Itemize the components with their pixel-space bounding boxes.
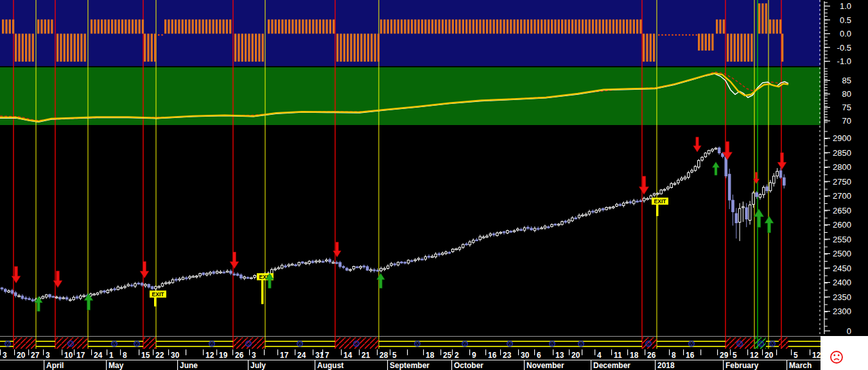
axis-tick-label: 2450 [833,264,851,273]
candle-body [352,267,355,269]
candle-body [383,269,386,270]
week-tick-label: 29 [720,351,729,360]
candle-body [503,231,505,233]
candle-body [349,269,352,271]
candle-body [612,207,615,208]
candle-body [653,194,655,195]
candle-body [462,244,464,248]
signal-ribbon [0,337,820,349]
candle-body [120,287,123,289]
candle-body [11,290,13,293]
candle-body [161,283,164,286]
week-tick-label: 30 [171,351,180,360]
candle-body [281,265,283,268]
candle-body [469,242,471,245]
axis-tick-label: 2300 [833,307,851,316]
week-tick-label: 20 [17,351,26,360]
candle-body [636,201,639,203]
candle-body [15,292,17,296]
axis-tick-label: 80 [842,89,851,99]
candle-body [582,215,584,216]
candle-body [380,269,383,271]
axis-tick-label: 2350 [833,292,851,302]
candle-body [499,232,502,233]
axis-tick-label: 2800 [833,162,851,172]
week-tick-label: 26 [647,351,656,360]
candle-body [707,151,710,154]
candle-body [711,149,714,151]
candle-body [329,260,331,262]
month-label: December [593,361,630,370]
axis-tick-label: -1.0 [837,56,851,66]
candle-body [626,202,629,203]
axis-tick-label: 85 [842,76,851,85]
week-tick-label: 17 [76,351,85,360]
candle-body [564,221,567,223]
candle-body [728,174,731,200]
candle-body [93,294,96,296]
candle-body [694,167,697,171]
candle-body [151,287,153,289]
short-ribbon-hatch [13,337,36,349]
axis-tick-label: 2500 [833,249,851,258]
candle-body [704,153,707,157]
chart-canvas[interactable]: EXITEXITEXIT3202731017241815223012192631… [0,0,868,370]
axis-tick-label: 0 [847,326,851,336]
axis-tick-label: 2700 [833,191,851,201]
candle-body [421,259,424,260]
week-tick-label: 16 [686,351,695,360]
candle-body [171,280,174,283]
candle-body [134,283,137,286]
candle-body [749,205,751,221]
candle-body [42,296,44,298]
candle-body [182,278,184,280]
candle-body [386,266,389,269]
candle-body [605,207,608,210]
week-tick-label: 13 [555,351,564,360]
candle-body [21,296,24,299]
candle-body [18,296,21,297]
price-panel[interactable] [0,126,820,335]
candle-body [127,285,130,286]
candle-body [213,272,215,274]
month-label: March [789,361,812,370]
candle-body [243,277,246,278]
candle-body [336,262,338,264]
candle-body [332,262,334,264]
candle-body [742,206,745,208]
short-ribbon-hatch [725,337,754,349]
candle-body [80,296,82,299]
date-axis[interactable]: 3202731017241815223012192631724317142128… [0,349,821,370]
candle-body [738,208,741,222]
week-tick-label: 26 [235,351,244,360]
week-tick-label: 11 [614,351,622,360]
candle-body [520,230,523,231]
candle-body [602,208,605,210]
candle-body [31,299,34,301]
week-tick-label: 18 [630,351,639,360]
candle-body [657,193,659,194]
candle-body [496,233,499,235]
candle-body [240,275,243,278]
short-ribbon-hatch [143,337,156,349]
candle-body [148,284,150,287]
candle-body [373,270,376,271]
candle-body [688,172,690,177]
candle-body [684,177,686,179]
week-tick-label: 1 [109,351,114,360]
candle-body [455,249,458,250]
candle-body [554,224,557,225]
candle-body [407,260,410,263]
candle-body [622,203,625,206]
candle-body [301,262,304,263]
candle-body [585,214,587,215]
candle-body [752,193,755,205]
month-label: June [180,361,198,370]
candle-body [571,218,574,221]
candle-body [465,244,468,245]
axis-tick-label: 2550 [833,235,851,244]
candle-body [763,187,765,194]
candle-body [363,266,365,267]
candle-body [65,298,68,299]
candle-body [168,282,171,283]
